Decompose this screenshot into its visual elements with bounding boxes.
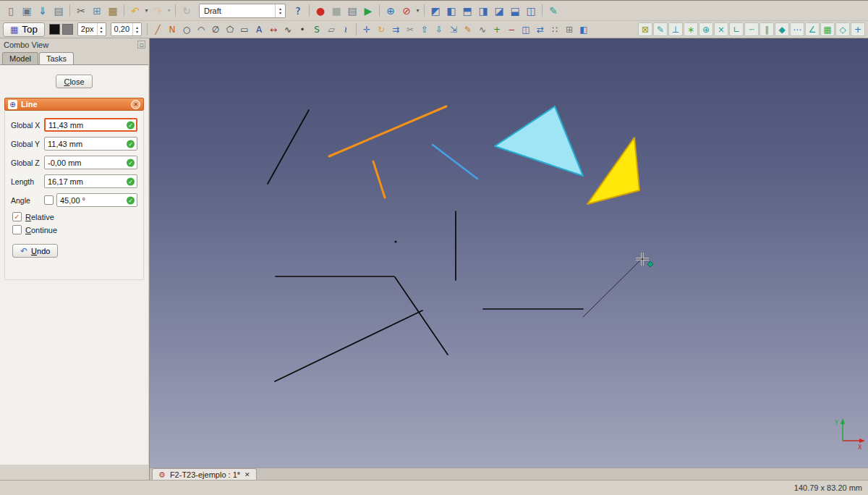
view-left-button[interactable]: ◫ xyxy=(523,3,539,18)
continue-checkbox[interactable] xyxy=(12,225,22,234)
view-isometric-button[interactable]: ◩ xyxy=(427,3,443,18)
draft-to-sketch-button[interactable]: ⇄ xyxy=(533,22,548,36)
snap-lock-button[interactable]: ⊠ xyxy=(638,22,652,36)
draft-bezier-button[interactable]: ≀ xyxy=(339,22,353,36)
draft-upgrade-button[interactable]: ⇧ xyxy=(417,22,432,36)
snap-perpendicular-button[interactable]: ∟ xyxy=(729,22,744,36)
draft-circle-button[interactable]: ○ xyxy=(179,22,194,36)
draft-mirror-button[interactable]: ◧ xyxy=(576,22,591,36)
angle-input[interactable] xyxy=(56,193,137,207)
redo-button[interactable]: ↷ xyxy=(150,3,166,18)
view-right-button[interactable]: ◨ xyxy=(475,3,491,18)
draft-point-button[interactable]: • xyxy=(295,22,310,36)
snap-parallel-button[interactable]: ∥ xyxy=(760,22,774,36)
scale-spinbox[interactable]: 0,20 ▴ ▾ xyxy=(111,22,142,36)
draft-offset-button[interactable]: ⇉ xyxy=(388,22,403,36)
undo-button[interactable]: ↶ xyxy=(127,3,143,18)
paste-button[interactable]: ▦ xyxy=(105,3,121,18)
cut-button[interactable]: ✂ xyxy=(73,3,89,18)
document-tab-close-icon[interactable]: ✕ xyxy=(244,471,250,478)
working-plane-button[interactable]: ▦ Top xyxy=(3,22,45,37)
draft-array-button[interactable]: ∷ xyxy=(548,22,562,36)
workbench-selector[interactable]: Draft ▴ ▾ xyxy=(199,4,286,18)
draft-scale-button[interactable]: ⇲ xyxy=(446,22,461,36)
undo-button[interactable]: ↶ Undo xyxy=(12,244,58,258)
tab-model[interactable]: Model xyxy=(2,52,38,65)
open-document-button[interactable]: ▣ xyxy=(19,3,35,18)
draft-ellipse-button[interactable]: ∅ xyxy=(208,22,223,36)
new-document-button[interactable]: ▯ xyxy=(3,3,19,18)
draft-wire-button[interactable]: N xyxy=(165,22,179,36)
snap-extension-button[interactable]: ┄ xyxy=(744,22,759,36)
spin-arrows-icon[interactable]: ▴ ▾ xyxy=(132,23,141,35)
macro-record-button[interactable]: ● xyxy=(312,3,328,18)
snap-center-button[interactable]: ⊕ xyxy=(699,22,713,36)
length-input[interactable] xyxy=(44,174,137,188)
draft-remove-point-button[interactable]: − xyxy=(504,22,519,36)
draft-facebinder-button[interactable]: ▱ xyxy=(324,22,339,36)
snap-ortho-button[interactable]: ∠ xyxy=(805,22,820,36)
redo-dropdown[interactable]: ▾ xyxy=(166,3,172,18)
close-task-button[interactable]: Close xyxy=(56,75,92,88)
zoom-fit-button[interactable]: ⊕ xyxy=(383,3,399,18)
view-top-button[interactable]: ⬒ xyxy=(459,3,475,18)
draft-edit-button[interactable]: ✎ xyxy=(461,22,475,36)
draft-dimension-button[interactable]: ↔ xyxy=(266,22,281,36)
draft-trimex-button[interactable]: ✂ xyxy=(403,22,417,36)
view-rear-button[interactable]: ◪ xyxy=(491,3,507,18)
draft-text-button[interactable]: A xyxy=(252,22,266,36)
document-tab[interactable]: ⚙ F2-T23-ejemplo : 1* ✕ xyxy=(152,468,257,481)
tab-tasks[interactable]: Tasks xyxy=(39,52,74,65)
snap-endpoint-button[interactable]: ✎ xyxy=(653,22,668,36)
snap-working-plane-button[interactable]: ◇ xyxy=(835,22,850,36)
draft-rectangle-button[interactable]: ▭ xyxy=(237,22,252,36)
snap-dimensions-button[interactable]: + xyxy=(851,22,865,36)
snap-grid-button[interactable]: ▦ xyxy=(820,22,835,36)
draft-shape2dview-button[interactable]: ◫ xyxy=(519,22,533,36)
draft-rotate-button[interactable]: ↻ xyxy=(374,22,388,36)
macro-stop-button[interactable]: ■ xyxy=(328,3,344,18)
draft-shapestring-button[interactable]: S xyxy=(310,22,324,36)
angle-checkbox[interactable] xyxy=(44,195,54,205)
snap-intersection-button[interactable]: × xyxy=(714,22,728,36)
snap-special-button[interactable]: ◆ xyxy=(775,22,789,36)
measure-button[interactable]: ✎ xyxy=(545,3,561,18)
draft-line-button[interactable]: ╱ xyxy=(150,22,165,36)
macro-edit-button[interactable]: ▤ xyxy=(344,3,360,18)
view-front-button[interactable]: ◧ xyxy=(443,3,459,18)
draft-move-button[interactable]: ✛ xyxy=(359,22,374,36)
draft-downgrade-button[interactable]: ⇩ xyxy=(432,22,446,36)
macro-execute-button[interactable]: ▶ xyxy=(360,3,376,18)
global-y-input[interactable] xyxy=(44,137,137,151)
draw-style-button[interactable]: ⊘ xyxy=(399,3,414,18)
combo-arrows-icon[interactable]: ▴ ▾ xyxy=(275,4,285,17)
undo-dropdown[interactable]: ▾ xyxy=(143,3,150,18)
face-color-swatch[interactable] xyxy=(62,24,73,35)
task-close-icon[interactable]: ✕ xyxy=(131,100,140,109)
draft-bspline-button[interactable]: ∿ xyxy=(281,22,295,36)
global-z-input[interactable] xyxy=(44,156,137,169)
draft-clone-button[interactable]: ⊞ xyxy=(562,22,576,36)
snap-near-button[interactable]: ⋯ xyxy=(790,22,804,36)
relative-checkbox[interactable]: ✓ xyxy=(12,212,22,221)
copy-button[interactable]: ⊞ xyxy=(89,3,105,18)
snap-midpoint-button[interactable]: ⊥ xyxy=(668,22,683,36)
viewport-canvas[interactable]: XY xyxy=(150,38,868,468)
print-button[interactable]: ▤ xyxy=(51,3,67,18)
refresh-button[interactable]: ↻ xyxy=(179,3,195,18)
draft-arc-button[interactable]: ◠ xyxy=(194,22,208,36)
line-width-spinbox[interactable]: 2px ▴ ▾ xyxy=(77,22,106,36)
line-color-swatch[interactable] xyxy=(49,24,60,35)
draft-add-point-button[interactable]: + xyxy=(490,22,504,36)
3d-viewport[interactable]: XY xyxy=(150,38,868,468)
snap-angle-button[interactable]: ∗ xyxy=(684,22,698,36)
save-button[interactable]: ⇓ xyxy=(35,3,51,18)
float-panel-icon[interactable]: ▫ xyxy=(137,41,145,48)
view-bottom-button[interactable]: ⬓ xyxy=(507,3,523,18)
draft-polygon-button[interactable]: ⬠ xyxy=(223,22,237,36)
draw-style-dropdown[interactable]: ▾ xyxy=(414,3,421,18)
global-x-input[interactable] xyxy=(44,118,137,132)
whats-this-button[interactable]: ? xyxy=(290,3,306,18)
draft-wire-to-bspline-button[interactable]: ∿ xyxy=(475,22,490,36)
spin-arrows-icon[interactable]: ▴ ▾ xyxy=(97,23,106,35)
